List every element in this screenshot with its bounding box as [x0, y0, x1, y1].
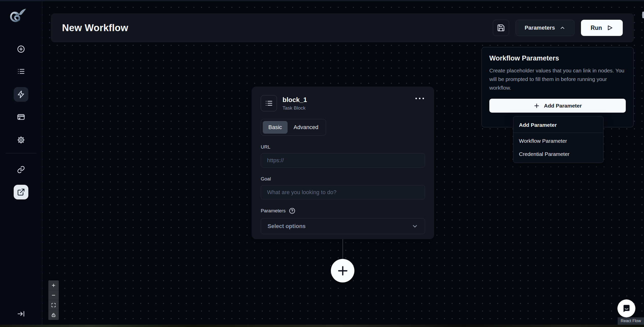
save-icon: [497, 24, 505, 32]
menu-divider: [513, 133, 603, 133]
unlock-icon: [51, 313, 56, 317]
menu-item-workflow-parameter[interactable]: Workflow Parameter: [513, 134, 603, 148]
panel-description: Create placeholder values that you can l…: [489, 66, 626, 92]
run-button[interactable]: Run: [581, 20, 623, 36]
node-type-iconbox: [261, 95, 277, 111]
goal-input[interactable]: [261, 185, 425, 199]
workflow-header: New Workflow Parameters Run: [51, 13, 634, 42]
page-title: New Workflow: [62, 23, 128, 33]
sidebar-divider: [6, 153, 36, 153]
sidebar-item-workflows[interactable]: [14, 87, 28, 102]
sidebar-item-settings[interactable]: [14, 133, 28, 147]
plus-icon: [51, 283, 56, 288]
play-icon: [607, 25, 613, 31]
chevron-down-icon: [412, 223, 418, 230]
support-chat-button[interactable]: [617, 299, 635, 317]
node-titles: block_1 Task Block: [283, 96, 307, 111]
fit-view-button[interactable]: [48, 300, 59, 310]
zoom-in-button[interactable]: [48, 280, 59, 290]
node-title: block_1: [283, 96, 307, 104]
sidebar: [0, 1, 42, 325]
sidebar-item-create[interactable]: [14, 42, 28, 56]
tab-advanced[interactable]: Advanced: [288, 121, 324, 134]
chevron-up-icon: [559, 25, 566, 31]
react-flow-attribution[interactable]: React Flow: [618, 317, 644, 325]
list-icon: [17, 67, 25, 75]
minus-icon: [51, 293, 56, 298]
desktop-edge-strip: [0, 325, 644, 327]
add-block-button[interactable]: [331, 259, 354, 282]
parameters-toggle-button[interactable]: Parameters: [516, 20, 574, 36]
ellipsis-icon: [419, 98, 420, 99]
add-parameter-menu: Add Parameter Workflow Parameter Credent…: [513, 116, 603, 163]
node-edge-connector: [343, 239, 343, 259]
help-circle-icon[interactable]: [289, 208, 295, 214]
add-parameter-button[interactable]: Add Parameter: [489, 99, 626, 113]
sidebar-collapse-button[interactable]: [14, 306, 28, 321]
plus-circle-icon: [17, 45, 25, 53]
node-tabs: Basic Advanced: [261, 119, 326, 136]
parameters-label-row: Parameters: [261, 208, 425, 214]
sidebar-item-billing[interactable]: [14, 110, 28, 124]
run-button-label: Run: [591, 25, 602, 31]
chat-bubble-icon: [622, 304, 631, 313]
task-block-node[interactable]: block_1 Task Block Basic Advanced URL Go…: [252, 87, 434, 239]
menu-header: Add Parameter: [513, 118, 603, 132]
workflow-canvas[interactable]: New Workflow Parameters Run block_1 Task…: [42, 1, 644, 325]
sidebar-item-tasks[interactable]: [14, 64, 28, 79]
url-label: URL: [261, 144, 425, 150]
gear-icon: [17, 136, 25, 144]
arrow-to-line-icon: [17, 310, 25, 318]
header-actions: Parameters Run: [493, 20, 623, 36]
skyvern-logo: [7, 8, 26, 27]
list-icon: [265, 99, 273, 107]
sidebar-item-open-external[interactable]: [14, 185, 28, 199]
node-menu-button[interactable]: [414, 95, 425, 102]
menu-item-credential-parameter[interactable]: Credential Parameter: [513, 148, 603, 161]
external-link-icon: [17, 188, 25, 196]
scrollbar-thumb[interactable]: [642, 12, 644, 18]
zoom-out-button[interactable]: [48, 290, 59, 300]
ellipsis-icon: [422, 98, 424, 99]
goal-label: Goal: [261, 176, 425, 182]
parameters-toggle-label: Parameters: [525, 25, 555, 31]
fit-view-icon: [51, 303, 56, 308]
zap-icon: [17, 90, 25, 98]
node-header: block_1 Task Block: [261, 95, 425, 111]
node-type-label: Task Block: [283, 105, 307, 111]
canvas-controls: [48, 280, 59, 320]
tab-basic[interactable]: Basic: [263, 121, 288, 134]
save-button[interactable]: [493, 20, 509, 36]
credit-card-icon: [17, 113, 25, 121]
workflow-parameters-panel: Workflow Parameters Create placeholder v…: [481, 47, 634, 127]
plus-icon: [337, 265, 349, 277]
parameters-select-placeholder: Select options: [268, 223, 306, 230]
panel-title: Workflow Parameters: [489, 54, 626, 62]
url-input[interactable]: [261, 153, 425, 168]
plus-icon: [533, 103, 540, 109]
add-parameter-button-label: Add Parameter: [544, 103, 582, 109]
lock-toggle-button[interactable]: [48, 310, 59, 320]
parameters-label: Parameters: [261, 208, 286, 214]
ellipsis-icon: [415, 98, 417, 99]
parameters-select[interactable]: Select options: [261, 218, 425, 234]
link-icon: [17, 166, 25, 174]
sidebar-item-integrations[interactable]: [14, 162, 28, 177]
